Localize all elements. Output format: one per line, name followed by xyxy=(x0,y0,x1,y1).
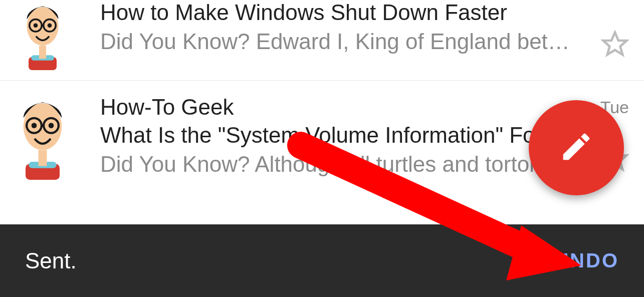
email-item[interactable]: How to Make Windows Shut Down Faster Did… xyxy=(0,0,644,81)
snackbar-message: Sent. xyxy=(25,248,77,273)
email-content: How to Make Windows Shut Down Faster Did… xyxy=(100,0,574,54)
compose-button[interactable] xyxy=(529,100,624,195)
svg-point-16 xyxy=(32,123,37,128)
email-preview: Did You Know? Edward I, King of England … xyxy=(100,29,574,54)
email-sender: How-To Geek xyxy=(100,95,574,120)
svg-rect-8 xyxy=(39,46,46,59)
email-content: How-To Geek What Is the "System Volume I… xyxy=(100,95,574,177)
email-meta xyxy=(574,0,629,60)
email-subject: How to Make Windows Shut Down Faster xyxy=(100,0,574,25)
email-subject: What Is the "System Volume Information" … xyxy=(100,123,574,148)
avatar xyxy=(15,95,70,180)
avatar xyxy=(15,0,70,70)
undo-button[interactable]: UNDO xyxy=(554,249,619,272)
star-icon[interactable] xyxy=(601,30,629,60)
pencil-icon xyxy=(559,129,594,166)
svg-point-17 xyxy=(49,123,54,128)
svg-rect-18 xyxy=(39,150,47,166)
svg-marker-9 xyxy=(603,33,627,55)
snackbar: Sent. UNDO xyxy=(0,224,644,297)
svg-point-7 xyxy=(48,23,52,28)
email-preview: Did You Know? Although all turtles and t… xyxy=(100,152,574,177)
svg-point-6 xyxy=(34,23,38,28)
